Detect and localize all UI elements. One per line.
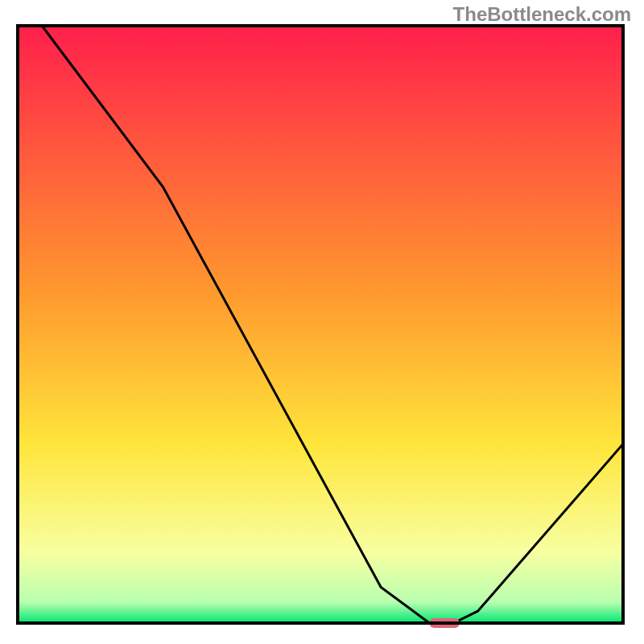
watermark-label: TheBottleneck.com [453, 3, 631, 26]
chart-svg [0, 0, 644, 644]
bottleneck-chart: TheBottleneck.com [0, 0, 644, 644]
